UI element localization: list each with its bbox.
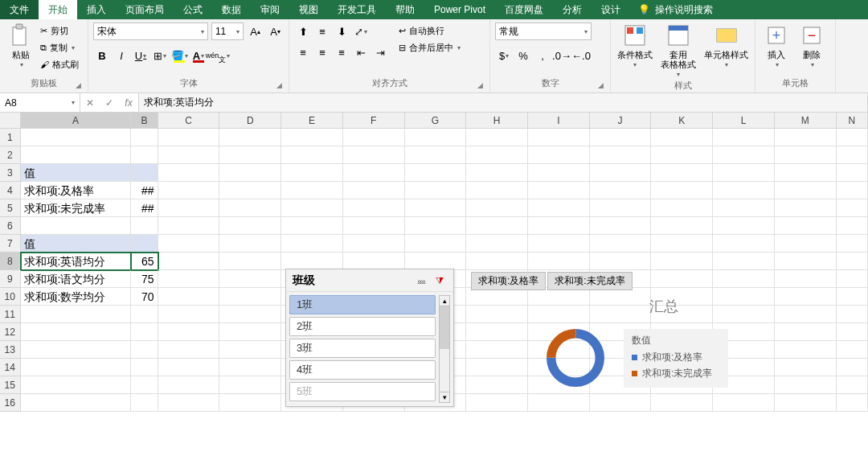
cell-A12[interactable] [21, 323, 132, 341]
cell-G8[interactable] [405, 253, 467, 270]
cell-L2[interactable] [713, 146, 775, 164]
cell-B14[interactable] [131, 359, 158, 376]
cell-N7[interactable] [837, 235, 868, 253]
cell-K5[interactable] [651, 199, 713, 217]
cell-A13[interactable] [21, 341, 132, 359]
cell-C5[interactable] [158, 199, 220, 217]
cell-J3[interactable] [590, 164, 652, 182]
fx-button[interactable]: fx [119, 97, 138, 109]
cell-D14[interactable] [219, 359, 281, 376]
cell-K3[interactable] [651, 164, 713, 182]
cell-I4[interactable] [528, 182, 590, 199]
name-box[interactable]: A8▾ [0, 93, 80, 112]
cell-N1[interactable] [837, 129, 868, 146]
cell-B5[interactable]: ## [131, 199, 158, 217]
cell-C8[interactable] [158, 253, 220, 270]
cell-B10[interactable]: 70 [131, 288, 158, 306]
col-header-N[interactable]: N [837, 113, 868, 128]
cell-H8[interactable] [466, 253, 528, 270]
align-top-button[interactable]: ⬆ [294, 23, 312, 40]
cell-J6[interactable] [590, 217, 652, 235]
bold-button[interactable]: B [93, 47, 111, 64]
row-header-12[interactable]: 12 [0, 323, 21, 341]
cell-N4[interactable] [837, 182, 868, 199]
cell-style-button[interactable]: 单元格样式▾ [702, 23, 750, 78]
cell-A5[interactable]: 求和项:未完成率 [21, 199, 132, 217]
cell-L7[interactable] [713, 235, 775, 253]
align-left-button[interactable]: ≡ [294, 43, 312, 61]
cell-A15[interactable] [21, 376, 132, 394]
font-name-select[interactable]: 宋体▾ [93, 23, 208, 40]
row-header-2[interactable]: 2 [0, 146, 21, 164]
number-format-select[interactable]: 常规▾ [495, 23, 592, 40]
cell-M7[interactable] [775, 235, 837, 253]
cell-E7[interactable] [281, 235, 343, 253]
col-header-G[interactable]: G [405, 113, 467, 128]
cell-C7[interactable] [158, 235, 220, 253]
tab-powerpivot[interactable]: Power Pivot [424, 0, 495, 19]
cell-F1[interactable] [343, 129, 405, 146]
scroll-thumb[interactable] [440, 306, 449, 349]
dialog-launcher-icon[interactable]: ◢ [598, 81, 604, 89]
cell-C6[interactable] [158, 217, 220, 235]
cell-C10[interactable] [158, 288, 220, 306]
indent-dec-button[interactable]: ⇤ [352, 43, 370, 61]
slicer-item-2[interactable]: 2班 [289, 317, 436, 336]
align-middle-button[interactable]: ≡ [313, 23, 331, 40]
row-header-6[interactable]: 6 [0, 217, 21, 235]
multiselect-icon[interactable]: ⅏ [415, 273, 429, 288]
cell-F2[interactable] [343, 146, 405, 164]
cell-D10[interactable] [219, 288, 281, 306]
cell-A16[interactable] [21, 394, 132, 412]
formula-input[interactable]: 求和项:英语均分 [139, 93, 868, 112]
italic-button[interactable]: I [113, 47, 130, 64]
scroll-down-icon[interactable]: ▾ [439, 392, 450, 403]
col-header-M[interactable]: M [775, 113, 837, 128]
cell-I3[interactable] [528, 164, 590, 182]
row-header-8[interactable]: 8 [0, 253, 21, 270]
col-header-D[interactable]: D [219, 113, 281, 128]
underline-button[interactable]: U▾ [132, 47, 149, 64]
row-header-1[interactable]: 1 [0, 129, 21, 146]
row-header-4[interactable]: 4 [0, 182, 21, 199]
cell-D1[interactable] [219, 129, 281, 146]
cell-C13[interactable] [158, 341, 220, 359]
cell-A10[interactable]: 求和项:数学均分 [21, 288, 132, 306]
font-size-select[interactable]: 11▾ [211, 23, 244, 40]
cell-N2[interactable] [837, 146, 868, 164]
tab-formulas[interactable]: 公式 [174, 0, 212, 19]
slicer-item-1[interactable]: 1班 [289, 295, 436, 314]
cell-C14[interactable] [158, 359, 220, 376]
cell-I8[interactable] [528, 253, 590, 270]
merge-center-button[interactable]: ⊟合并后居中▾ [399, 39, 461, 55]
cell-L8[interactable] [713, 253, 775, 270]
currency-button[interactable]: $▾ [495, 47, 513, 64]
cell-M4[interactable] [775, 182, 837, 199]
cell-B4[interactable]: ## [131, 182, 158, 199]
cell-A14[interactable] [21, 359, 132, 376]
cell-G4[interactable] [405, 182, 467, 199]
tab-analyze[interactable]: 分析 [553, 0, 592, 19]
slicer-item-5[interactable]: 5班 [289, 382, 436, 401]
cell-M6[interactable] [775, 217, 837, 235]
slicer-item-4[interactable]: 4班 [289, 360, 436, 380]
indent-inc-button[interactable]: ⇥ [371, 43, 389, 61]
col-header-H[interactable]: H [466, 113, 528, 128]
cell-I7[interactable] [528, 235, 590, 253]
tab-help[interactable]: 帮助 [386, 0, 424, 19]
cell-F3[interactable] [343, 164, 405, 182]
cell-N8[interactable] [837, 253, 868, 270]
delete-cells-button[interactable]: − 删除▾ [796, 23, 828, 76]
cell-I1[interactable] [528, 129, 590, 146]
dialog-launcher-icon[interactable]: ◢ [76, 81, 81, 89]
cell-C16[interactable] [158, 394, 220, 412]
cell-N5[interactable] [837, 199, 868, 217]
cell-A3[interactable]: 值 [21, 164, 132, 182]
col-header-F[interactable]: F [343, 113, 405, 128]
cell-B9[interactable]: 75 [131, 270, 158, 288]
col-header-J[interactable]: J [590, 113, 652, 128]
cell-C2[interactable] [158, 146, 220, 164]
tab-home[interactable]: 开始 [39, 0, 77, 19]
cell-J4[interactable] [590, 182, 652, 199]
percent-button[interactable]: % [514, 47, 532, 64]
